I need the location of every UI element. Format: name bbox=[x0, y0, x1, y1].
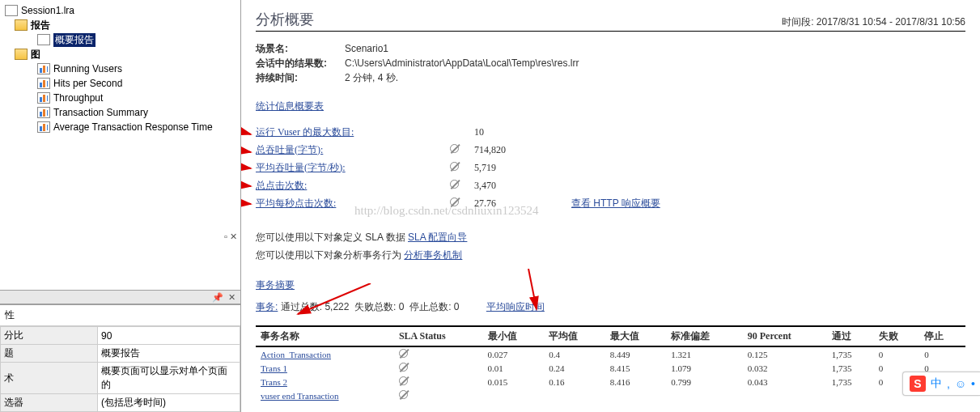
page-title: 分析概要 bbox=[256, 10, 314, 29]
sla-line2: 您可以使用以下对象分析事务行为 bbox=[256, 249, 404, 261]
null-icon bbox=[399, 349, 408, 358]
stat-value: 10 bbox=[474, 126, 571, 138]
tree-graph-running-vusers[interactable]: Running Vusers bbox=[3, 62, 237, 76]
txn-name-link[interactable]: vuser end Transaction bbox=[256, 389, 394, 402]
stat-label[interactable]: 总吞吐量(字节): bbox=[256, 143, 450, 157]
stats-title[interactable]: 统计信息概要表 bbox=[256, 100, 965, 113]
cell-max: 8.416 bbox=[605, 375, 667, 389]
th-name: 事务名称 bbox=[256, 326, 394, 346]
th-min: 最小值 bbox=[483, 326, 545, 346]
props-key: 术 bbox=[1, 363, 98, 394]
null-icon bbox=[450, 162, 474, 173]
props-val[interactable]: (包括思考时间) bbox=[98, 394, 240, 412]
tree-graph-avg-resp[interactable]: Average Transaction Response Time bbox=[3, 120, 237, 134]
props-row: 选器(包括思考时间) bbox=[1, 394, 240, 412]
tree-graph-label: Running Vusers bbox=[53, 63, 122, 74]
biz-title[interactable]: 事务摘要 bbox=[256, 278, 965, 292]
ime-more-icon[interactable]: • bbox=[971, 377, 975, 390]
close-icon[interactable]: ✕ bbox=[228, 292, 235, 303]
pin-icon[interactable]: 📌 bbox=[212, 292, 223, 303]
cell-max bbox=[605, 389, 667, 402]
props-key: 选器 bbox=[1, 394, 98, 412]
props-title: 性 bbox=[0, 305, 240, 326]
ime-mode[interactable]: 中 bbox=[931, 376, 942, 391]
cell-std: 0.799 bbox=[666, 375, 742, 389]
svg-line-3 bbox=[241, 181, 251, 186]
txn-link[interactable]: 事务: bbox=[256, 301, 278, 312]
tree-graphs-label: 图 bbox=[31, 48, 40, 62]
cell-p90 bbox=[743, 389, 827, 402]
tree-graph-hits[interactable]: Hits per Second bbox=[3, 76, 237, 91]
ime-logo-icon: S bbox=[910, 376, 926, 392]
cell-p90: 0.125 bbox=[743, 346, 827, 361]
null-icon bbox=[399, 363, 408, 372]
http-response-link[interactable]: 查看 HTTP 响应概要 bbox=[571, 198, 660, 209]
table-row: Action_Transaction 0.027 0.4 8.449 1.321… bbox=[256, 346, 965, 361]
cell-min: 0.015 bbox=[483, 375, 545, 389]
tree-summary-report[interactable]: 概要报告 bbox=[3, 32, 237, 47]
cell-pass: 1,735 bbox=[827, 346, 874, 361]
th-std: 标准偏差 bbox=[666, 326, 742, 346]
cell-avg: 0.24 bbox=[544, 361, 605, 375]
sla-block: 您可以使用以下对象定义 SLA 数据 SLA 配置向导 您可以使用以下对象分析事… bbox=[256, 228, 965, 264]
th-sla: SLA Status bbox=[394, 326, 483, 346]
ime-face-icon[interactable]: ☺ bbox=[955, 377, 966, 390]
null-icon bbox=[399, 376, 408, 385]
stat-label[interactable]: 平均吞吐量(字节/秒): bbox=[256, 161, 450, 175]
null-icon bbox=[450, 180, 474, 191]
analyze-txn-link[interactable]: 分析事务机制 bbox=[404, 249, 462, 261]
avg-resp-link[interactable]: 平均响应时间 bbox=[486, 301, 545, 312]
txn-table: 事务名称 SLA Status 最小值 平均值 最大值 标准偏差 90 Perc… bbox=[256, 325, 965, 402]
th-pass: 通过 bbox=[827, 326, 874, 346]
cell-max: 8.415 bbox=[605, 361, 667, 375]
stats-table: 运行 Vuser 的最大数目: 10 总吞吐量(字节): 714,820 平均吞… bbox=[256, 123, 965, 212]
props-val[interactable]: 概要页面可以显示对单个页面的 bbox=[98, 363, 240, 394]
txn-name-link[interactable]: Trans 1 bbox=[256, 361, 394, 375]
stat-value: 3,470 bbox=[474, 180, 571, 192]
sla-config-link[interactable]: SLA 配置向导 bbox=[408, 231, 467, 243]
cell-std: 1.079 bbox=[666, 361, 742, 375]
fail-label: 失败总数: bbox=[354, 301, 396, 312]
tree-graph-txn-summary[interactable]: Transaction Summary bbox=[3, 105, 237, 120]
stat-max-vusers: 运行 Vuser 的最大数目: 10 bbox=[256, 123, 965, 141]
cell-avg: 0.16 bbox=[544, 375, 605, 389]
period-label: 时间段: bbox=[782, 16, 813, 28]
tree-reports-label: 报告 bbox=[31, 19, 50, 32]
cell-pass bbox=[827, 389, 874, 402]
ime-toolbar[interactable]: S 中 , ☺ • bbox=[902, 372, 980, 396]
props-val[interactable]: 概要报告 bbox=[98, 345, 240, 363]
txn-name-link[interactable]: Action_Transaction bbox=[256, 346, 394, 361]
pass-value: 5,222 bbox=[325, 301, 349, 312]
period-value: 2017/8/31 10:54 - 2017/8/31 10:56 bbox=[817, 16, 965, 28]
properties-panel: 性 分比90 题概要报告 术概要页面可以显示对单个页面的 选器(包括思考时间) bbox=[0, 304, 240, 412]
tree-session[interactable]: Session1.lra bbox=[3, 3, 237, 18]
tree-graph-throughput[interactable]: Throughput bbox=[3, 91, 237, 105]
cell-fail: 0 bbox=[874, 346, 920, 361]
tree-reports[interactable]: 报告 bbox=[3, 18, 237, 32]
stat-label[interactable]: 运行 Vuser 的最大数目: bbox=[256, 125, 450, 139]
tree-graphs[interactable]: 图 bbox=[3, 47, 237, 62]
nav-tree: Session1.lra 报告 概要报告 图 Running Vusers Hi… bbox=[0, 0, 240, 290]
chart-icon bbox=[37, 121, 50, 133]
txn-name-link[interactable]: Trans 2 bbox=[256, 375, 394, 389]
th-p90: 90 Percent bbox=[743, 326, 827, 346]
sla-cell bbox=[394, 375, 483, 389]
cell-p90: 0.032 bbox=[743, 361, 827, 375]
path-value: C:\Users\Administrator\AppData\Local\Tem… bbox=[345, 57, 579, 69]
stat-value: 5,719 bbox=[474, 162, 571, 174]
stat-label[interactable]: 总点击次数: bbox=[256, 179, 450, 193]
tree-summary-report-label: 概要报告 bbox=[53, 33, 95, 47]
props-key: 题 bbox=[1, 345, 98, 363]
cell-avg: 0.4 bbox=[544, 346, 605, 361]
biz-summary-row: 事务: 通过总数: 5,222 失败总数: 0 停止总数: 0 平均响应时间 bbox=[256, 300, 965, 314]
report-icon bbox=[37, 34, 50, 45]
tree-session-label: Session1.lra bbox=[21, 5, 74, 16]
props-val[interactable]: 90 bbox=[98, 327, 240, 345]
cell-std bbox=[666, 389, 742, 402]
null-icon bbox=[399, 390, 408, 399]
ime-punct-icon[interactable]: , bbox=[947, 377, 950, 390]
null-icon bbox=[450, 144, 474, 155]
cell-stop: 0 bbox=[919, 346, 965, 361]
props-grid: 分比90 题概要报告 术概要页面可以显示对单个页面的 选器(包括思考时间) bbox=[0, 326, 240, 412]
fail-value: 0 bbox=[399, 301, 405, 312]
